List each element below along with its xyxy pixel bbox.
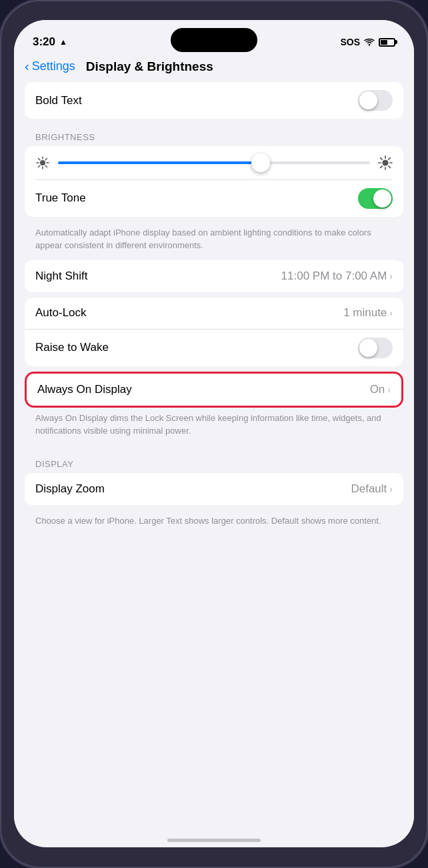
display-zoom-value: Default [351,482,387,496]
true-tone-label: True Tone [35,191,86,205]
bold-text-group: Bold Text [25,82,403,119]
display-zoom-value-area: Default › [351,482,393,496]
sos-indicator: SOS [340,37,360,47]
display-zoom-description: Choose a view for iPhone. Larger Text sh… [25,510,403,536]
battery-icon [379,38,395,47]
always-on-display-value-area: On › [370,383,391,396]
svg-point-0 [369,44,370,45]
display-zoom-row[interactable]: Display Zoom Default › [25,473,403,505]
bold-text-toggle[interactable] [358,90,393,111]
battery-fill [381,40,387,45]
night-shift-label: Night Shift [35,270,87,283]
display-section-label: DISPLAY [35,459,393,469]
home-indicator [167,839,261,842]
svg-point-10 [382,159,388,165]
night-shift-row[interactable]: Night Shift 11:00 PM to 7:00 AM › [25,260,403,292]
night-shift-value: 11:00 PM to 7:00 AM [281,270,387,283]
night-shift-value-area: 11:00 PM to 7:00 AM › [281,270,393,283]
svg-line-7 [45,165,47,167]
dynamic-island [171,28,257,52]
brightness-fill [58,161,261,164]
auto-lock-chevron: › [389,308,393,318]
always-on-display-value: On [370,383,385,396]
svg-line-18 [381,166,382,167]
bold-text-row[interactable]: Bold Text [25,82,403,119]
svg-line-16 [389,166,390,167]
svg-line-8 [45,159,47,160]
brightness-min-icon [35,155,50,170]
night-shift-group: Night Shift 11:00 PM to 7:00 AM › [25,260,403,292]
true-tone-toggle[interactable] [358,188,393,209]
display-zoom-group: Display Zoom Default › [25,473,403,505]
lock-wake-group: Auto-Lock 1 minute › Raise to Wake [25,298,403,366]
brightness-row[interactable] [25,146,403,179]
svg-line-15 [381,158,382,159]
auto-lock-value-area: 1 minute › [343,306,393,320]
page-title: Display & Brightness [86,59,213,74]
location-icon: ▲ [59,37,67,47]
always-on-display-chevron: › [387,384,391,395]
svg-line-17 [389,158,390,159]
svg-point-1 [40,160,45,165]
brightness-group: True Tone [25,146,403,217]
auto-lock-label: Auto-Lock [35,306,87,320]
time-display: 3:20 [33,35,55,49]
back-button[interactable]: ‹ Settings [25,59,75,74]
always-on-display-label: Always On Display [37,383,132,396]
raise-to-wake-label: Raise to Wake [35,341,109,354]
display-zoom-label: Display Zoom [35,482,105,496]
bold-text-toggle-knob [359,91,377,109]
back-chevron-icon: ‹ [25,59,29,74]
brightness-max-icon [378,155,393,170]
phone-frame: 3:20 ▲ SOS [0,0,428,868]
bold-text-label: Bold Text [35,94,82,107]
true-tone-row[interactable]: True Tone [25,180,403,217]
night-shift-chevron: › [389,271,393,282]
always-on-description: Always On Display dims the Lock Screen w… [25,408,403,446]
true-tone-toggle-knob [373,189,391,207]
display-zoom-chevron: › [389,484,393,494]
brightness-slider[interactable] [58,161,370,164]
true-tone-description: Automatically adapt iPhone display based… [25,222,403,260]
raise-to-wake-toggle[interactable] [358,338,393,358]
brightness-section-label: BRIGHTNESS [35,132,393,142]
always-on-display-group: Always On Display On › [25,372,403,408]
svg-line-6 [39,159,40,160]
brightness-thumb[interactable] [251,153,270,172]
status-time-area: 3:20 ▲ [33,35,67,49]
svg-line-9 [39,165,40,167]
back-label[interactable]: Settings [32,59,75,73]
auto-lock-value: 1 minute [343,306,387,320]
screen: 3:20 ▲ SOS [14,20,414,847]
auto-lock-row[interactable]: Auto-Lock 1 minute › [25,298,403,330]
always-on-display-row[interactable]: Always On Display On › [27,374,401,406]
raise-to-wake-toggle-knob [359,339,377,357]
raise-to-wake-row[interactable]: Raise to Wake [25,330,403,366]
settings-content: Bold Text BRIGHTNESS [14,82,414,839]
wifi-icon [364,38,375,46]
navigation-bar: ‹ Settings Display & Brightness [14,56,414,82]
status-bar: 3:20 ▲ SOS [14,20,414,56]
status-icons: SOS [340,37,395,47]
